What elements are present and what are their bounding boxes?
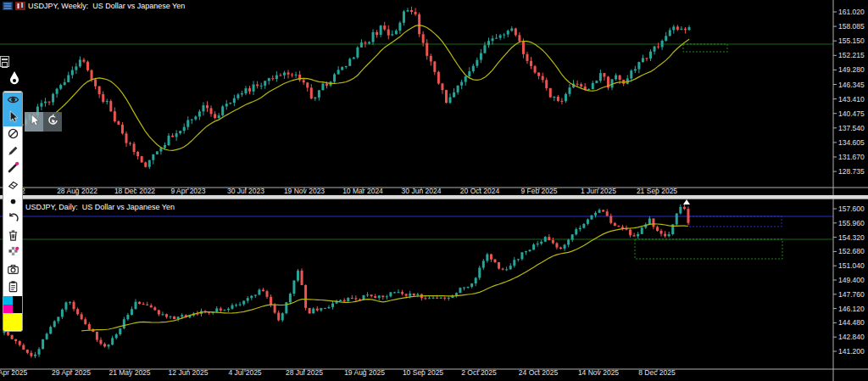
- candle-body: [227, 309, 230, 310]
- candle-body: [111, 338, 114, 345]
- candle-body: [179, 131, 181, 133]
- toolbar-button-pencil[interactable]: [3, 143, 22, 160]
- candle-body: [82, 59, 85, 61]
- trash-icon: [7, 229, 19, 245]
- candle-body: [470, 283, 473, 287]
- color-swatch-1-1[interactable]: [13, 305, 22, 313]
- candle-body: [437, 72, 440, 84]
- candle-body: [206, 105, 209, 108]
- candle-body: [634, 69, 637, 70]
- toolbar-button-pixelate[interactable]: [3, 245, 22, 262]
- candle-body: [592, 83, 594, 89]
- candle-body: [366, 294, 369, 295]
- candle-body: [503, 35, 505, 36]
- candle-body: [615, 76, 617, 80]
- candle-body: [684, 29, 687, 30]
- x-axis-label: 19 Aug 2025: [344, 368, 385, 377]
- candle-body: [445, 90, 448, 103]
- candle-body: [590, 216, 593, 220]
- x-axis-label: 10 Sep 2025: [403, 368, 443, 377]
- toolbar-button-eye[interactable]: [3, 92, 22, 109]
- x-axis-label: 12 Jun 2025: [169, 368, 209, 377]
- candle-body: [553, 97, 555, 98]
- cursor-arrow-icon: [28, 114, 41, 130]
- candle-body: [218, 115, 220, 118]
- candle-body: [387, 30, 390, 36]
- candle-body: [277, 313, 280, 321]
- candle-body: [487, 41, 490, 45]
- candle-body: [61, 310, 64, 317]
- candle-body: [443, 298, 446, 299]
- color-swatch-1-0[interactable]: [3, 305, 13, 313]
- toolbar-button-dot[interactable]: [3, 194, 22, 211]
- x-axis-label: 30 Jun 2024: [402, 187, 442, 195]
- eye-icon: [7, 93, 19, 109]
- candle-body: [156, 151, 159, 154]
- candle-body: [231, 305, 233, 309]
- candle-body: [318, 90, 320, 98]
- candle-body: [312, 309, 314, 314]
- candle-body: [530, 61, 532, 66]
- weekly-chart-canvas[interactable]: 2228 Aug 202218 Dec 20229 Apr 202330 Jul…: [0, 0, 868, 195]
- x-axis-label: 2 Oct 2025: [461, 368, 497, 377]
- daily-chart-canvas[interactable]: Apr 202529 Apr 202521 May 202512 Jun 202…: [0, 199, 868, 381]
- toolbar-button-no-entry[interactable]: [3, 126, 22, 143]
- candle-body: [99, 340, 102, 345]
- toolbar-button-eraser[interactable]: [3, 177, 22, 194]
- candle-body: [96, 332, 98, 340]
- candle-body: [637, 62, 640, 69]
- toolbar-button-clipboard[interactable]: [3, 279, 22, 296]
- candle-body: [106, 101, 108, 102]
- pin-tool-icon[interactable]: [6, 70, 23, 89]
- candle-body: [672, 26, 675, 30]
- candle-body: [316, 309, 319, 311]
- candle-body: [680, 29, 682, 30]
- price-label: 155.150: [838, 36, 865, 45]
- candle-body: [416, 294, 419, 295]
- candle-body: [229, 103, 231, 104]
- candle-body: [73, 302, 75, 309]
- candle-body: [599, 73, 602, 81]
- toolbar-button-marker[interactable]: [3, 160, 22, 177]
- color-swatch-0-1[interactable]: [13, 296, 22, 305]
- toolbar-button-cursor[interactable]: [3, 109, 22, 126]
- x-axis-label: 9 Apr 2023: [170, 187, 205, 195]
- candle-body: [262, 290, 264, 292]
- price-label: 158.085: [838, 22, 865, 31]
- toolbar-button-camera[interactable]: [3, 262, 22, 279]
- supply-zone-rect[interactable]: [689, 216, 782, 227]
- submenu-button-cursor-rotate[interactable]: [43, 112, 62, 132]
- color-swatch-0-0[interactable]: [3, 296, 13, 305]
- candle-body: [441, 83, 443, 90]
- candle-body: [266, 291, 269, 297]
- candle-body: [146, 305, 148, 305]
- candle-body: [57, 317, 59, 321]
- app-launcher-icon[interactable]: [0, 56, 9, 67]
- x-axis-label: 18 Dec 2022: [114, 187, 155, 195]
- candle-body: [258, 290, 260, 295]
- toolbar-button-undo[interactable]: [3, 211, 22, 228]
- candle-body: [291, 75, 293, 76]
- demand-zone-rect[interactable]: [635, 239, 782, 259]
- candle-body: [510, 29, 513, 31]
- price-label: 128.735: [838, 167, 865, 176]
- submenu-button-cursor-arrow[interactable]: [25, 112, 43, 132]
- candle-body: [186, 120, 189, 126]
- candle-body: [49, 327, 52, 333]
- candle-body: [19, 341, 21, 345]
- toolbar-button-trash[interactable]: [3, 228, 22, 245]
- candle-body: [509, 266, 512, 269]
- candle-body: [478, 268, 481, 278]
- candle-body: [364, 42, 366, 43]
- candle-body: [40, 103, 42, 106]
- candle-body: [619, 76, 621, 80]
- candle-body: [109, 101, 112, 111]
- price-label: 152.215: [838, 51, 865, 59]
- candle-body: [142, 304, 145, 305]
- candle-body: [67, 75, 70, 81]
- candle-body: [22, 345, 25, 350]
- candle-body: [448, 298, 450, 299]
- supply-zone-rect[interactable]: [683, 44, 727, 52]
- active-color-swatch[interactable]: [3, 313, 22, 330]
- candle-body: [376, 32, 378, 35]
